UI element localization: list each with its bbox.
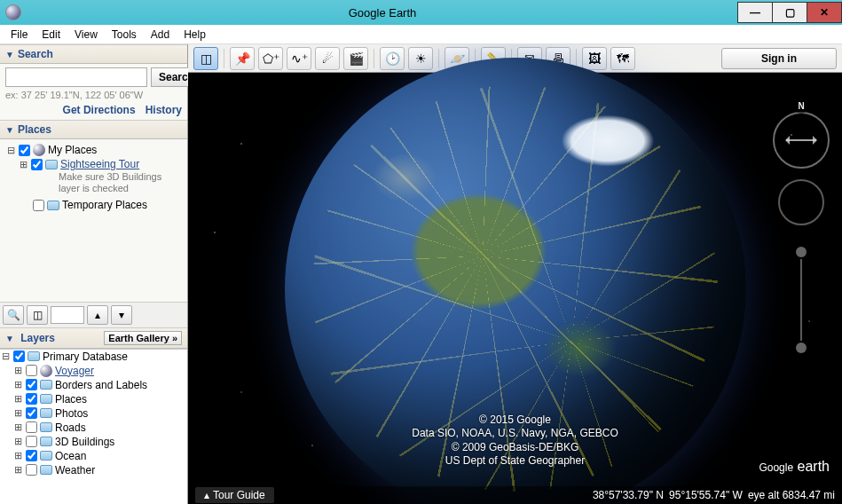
search-places-button[interactable]: 🔍 [3,305,24,325]
maximize-button[interactable]: ▢ [772,2,807,23]
minimize-button[interactable]: — [737,2,773,23]
layer-checkbox[interactable] [13,350,25,362]
layer-label: Ocean [55,450,86,462]
menu-file[interactable]: File [4,27,35,43]
placemark-button[interactable]: 📌 [230,47,255,70]
compass-control[interactable]: N [773,112,830,169]
layer-checkbox[interactable] [26,365,37,376]
expand-icon[interactable]: ⊞ [12,407,23,419]
tour-guide-button[interactable]: ▴ Tour Guide [195,487,274,503]
opacity-input[interactable] [51,306,84,324]
layer-row: ⊞Borders and Labels [0,378,187,392]
expand-icon[interactable]: ⊞ [18,159,28,170]
layer-row: ⊞Photos [0,406,187,421]
zoom-in-button[interactable] [796,247,807,257]
chevron-up-icon: ▴ [204,489,209,501]
layer-row: ⊞Ocean [0,449,187,463]
menu-edit[interactable]: Edit [35,27,67,43]
expand-icon[interactable]: ⊞ [12,393,23,405]
layer-checkbox[interactable] [26,421,37,433]
layer-checkbox[interactable] [26,379,37,390]
layer-row: ⊞Weather [0,463,187,477]
search-panel-header[interactable]: ▼ Search [0,44,187,64]
get-directions-link[interactable]: Get Directions [63,104,136,116]
layer-row: ⊞Roads [0,421,187,435]
expand-icon[interactable]: ⊞ [12,464,23,476]
expand-icon[interactable]: ⊞ [12,421,23,433]
compass-arrow-icon [786,139,816,141]
history-link[interactable]: History [146,104,182,116]
weather-icon [40,465,52,475]
menu-tools[interactable]: Tools [105,27,144,43]
menu-view[interactable]: View [67,27,105,43]
layer-checkbox[interactable] [26,407,37,419]
sightseeing-link[interactable]: Sightseeing Tour [60,158,139,170]
image-overlay-button[interactable]: ☄ [315,47,340,70]
ocean-icon [40,451,52,461]
google-earth-logo: Google earth [759,457,830,476]
layer-row: ⊞Places [0,392,187,406]
history-button[interactable]: 🕑 [380,47,405,70]
sightseeing-note: Make sure 3D Buildings [5,171,182,183]
status-lat: 38°57'33.79" N [593,489,664,501]
my-places-label: My Places [48,144,97,156]
save-image-button[interactable]: 🖼 [582,47,607,70]
title-bar: Google Earth — ▢ ✕ [0,0,842,25]
temporary-checkbox[interactable] [33,200,44,211]
menu-help[interactable]: Help [177,27,213,43]
temp-places-label: Temporary Places [62,199,147,211]
signin-button[interactable]: Sign in [721,48,837,69]
road-icon [40,422,52,432]
expand-icon[interactable]: ⊞ [12,436,23,447]
earth-gallery-button[interactable]: Earth Gallery » [104,331,182,345]
view-maps-button[interactable]: 🗺 [610,47,635,70]
status-alt: eye alt 6834.47 mi [748,489,835,501]
zoom-slider[interactable] [800,259,802,341]
globe-render[interactable]: N © 2015 Google Data SIO, NOAA, U.S. Nav… [188,73,842,504]
collapse-icon: ▼ [5,50,14,59]
path-button[interactable]: ∿⁺ [287,47,311,70]
expand-icon[interactable]: ⊟ [0,350,11,362]
move-up-button[interactable]: ▴ [87,305,108,325]
globe-icon [33,144,45,156]
layer-label: Places [55,393,87,406]
flag-icon [40,380,52,390]
north-indicator[interactable]: N [795,101,807,114]
record-tour-button[interactable]: 🎬 [343,47,368,70]
layer-checkbox[interactable] [26,464,37,476]
layer-label[interactable]: Voyager [55,365,94,377]
myplaces-checkbox[interactable] [19,145,30,156]
search-hint: ex: 37 25' 19.1"N, 122 05' 06"W [5,90,182,100]
layer-checkbox[interactable] [26,450,37,461]
places-header-label: Places [18,123,51,136]
attribution-text: © 2015 Google Data SIO, NOAA, U.S. Navy,… [412,413,618,469]
layer-label: Weather [55,464,95,476]
layer-label: Borders and Labels [55,379,147,391]
sunlight-button[interactable]: ☀ [408,47,433,70]
zoom-out-button[interactable] [796,343,807,353]
expand-icon[interactable]: ⊞ [12,450,23,461]
sightseeing-checkbox[interactable] [31,159,43,170]
photo-icon [40,408,52,418]
expand-icon[interactable]: ⊟ [5,145,16,156]
close-button[interactable]: ✕ [807,2,842,23]
expand-icon[interactable]: ⊞ [12,379,23,390]
sidebar-toggle-button[interactable]: ◫ [193,47,218,70]
menu-add[interactable]: Add [144,27,177,43]
layer-checkbox[interactable] [26,436,37,447]
places-panel-header[interactable]: ▼ Places [0,120,187,139]
polygon-button[interactable]: ⬠⁺ [258,47,283,70]
status-lon: 95°15'55.74" W [669,489,743,501]
expand-icon[interactable]: ⊞ [12,365,23,376]
folder-icon [47,201,59,210]
map-viewport[interactable]: ◫ 📌 ⬠⁺ ∿⁺ ☄ 🎬 🕑 ☀ 🪐 📏 ✉ 🖶 🖼 🗺 Sign in [188,44,842,504]
layers-panel-header[interactable]: ▼ Layers Earth Gallery » [0,327,187,349]
toggle-panel-button[interactable]: ◫ [27,305,48,325]
sightseeing-note2: layer is checked [5,183,182,194]
zoom-control[interactable] [796,247,807,353]
layer-checkbox[interactable] [26,393,37,405]
folder-icon [45,160,58,169]
move-down-button[interactable]: ▾ [111,305,132,325]
pan-control[interactable] [778,179,824,225]
search-input[interactable] [5,67,147,87]
